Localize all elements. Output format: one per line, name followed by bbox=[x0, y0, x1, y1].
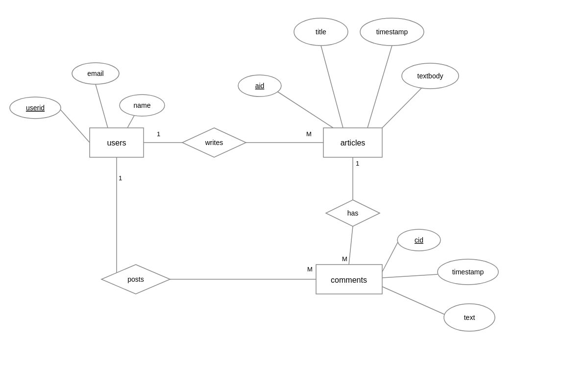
rel-writes-label: writes bbox=[205, 139, 223, 146]
rel-posts-label: posts bbox=[127, 275, 144, 283]
svg-line-10 bbox=[349, 226, 353, 265]
svg-line-0 bbox=[59, 108, 90, 143]
svg-line-5 bbox=[368, 46, 392, 128]
attr-title-label: title bbox=[316, 28, 326, 36]
er-diagram: users articles comments writes has posts… bbox=[0, 0, 588, 365]
attr-aid-label: aid bbox=[255, 82, 265, 90]
attr-textbody-label: textbody bbox=[417, 72, 443, 80]
card-writes-m: M bbox=[306, 130, 312, 138]
svg-line-14 bbox=[382, 274, 438, 278]
svg-line-3 bbox=[274, 90, 333, 128]
svg-line-6 bbox=[382, 86, 424, 128]
entity-articles-label: articles bbox=[341, 139, 366, 147]
entity-users-label: users bbox=[107, 139, 126, 147]
card-posts-1: 1 bbox=[119, 174, 122, 182]
rel-has-label: has bbox=[347, 209, 359, 217]
attr-cid-label: cid bbox=[415, 236, 423, 244]
attr-text-label: text bbox=[464, 314, 475, 321]
entity-comments-label: comments bbox=[331, 276, 367, 284]
svg-line-4 bbox=[321, 46, 343, 128]
svg-line-15 bbox=[382, 287, 446, 315]
attr-userid-label: userid bbox=[26, 104, 45, 112]
card-posts-m: M bbox=[307, 266, 313, 273]
card-has-1: 1 bbox=[356, 160, 359, 167]
attr-email-label: email bbox=[87, 70, 103, 77]
svg-line-13 bbox=[382, 242, 398, 272]
attr-timestamp-articles-label: timestamp bbox=[376, 28, 408, 36]
attr-name-label: name bbox=[133, 101, 150, 109]
card-writes-1: 1 bbox=[157, 130, 160, 138]
svg-line-1 bbox=[96, 84, 108, 128]
attr-timestamp-comments-label: timestamp bbox=[452, 268, 484, 276]
card-has-m: M bbox=[342, 255, 347, 263]
